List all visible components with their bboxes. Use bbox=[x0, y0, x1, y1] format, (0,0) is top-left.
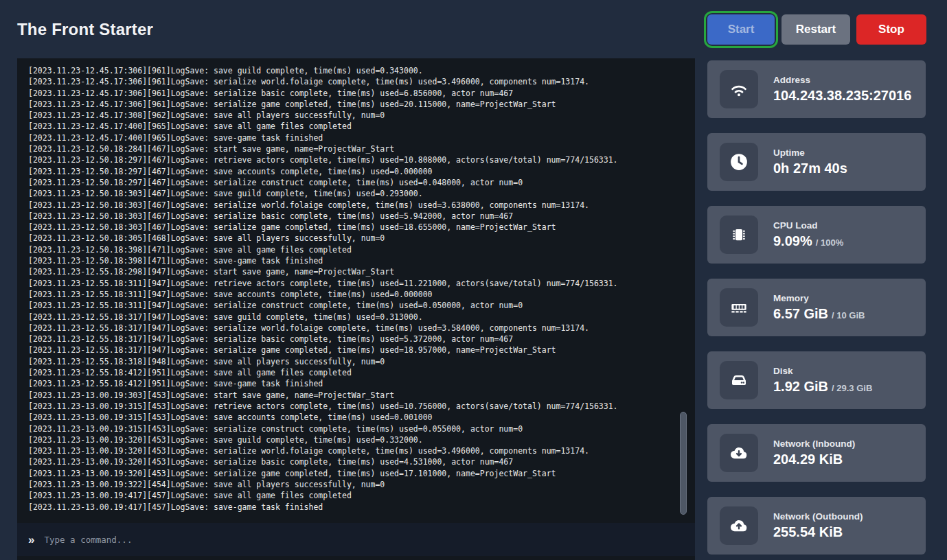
log-line: [2023.11.23-12.55.18:311][947]LogSave: s… bbox=[28, 289, 684, 300]
log-line: [2023.11.23-12.55.18:318][948]LogSave: s… bbox=[28, 356, 684, 367]
log-line: [2023.11.23-12.55.18:298][947]LogSave: s… bbox=[28, 266, 684, 277]
chip-icon bbox=[720, 215, 758, 254]
log-line: [2023.11.23-12.55.18:412][951]LogSave: s… bbox=[28, 367, 684, 378]
header: The Front Starter Start Restart Stop bbox=[17, 0, 926, 58]
stat-value: 1.92 GiB/ 29.3 GiB bbox=[773, 379, 872, 395]
log-line: [2023.11.23-12.45.17:306][961]LogSave: s… bbox=[28, 99, 684, 110]
log-line: [2023.11.23-12.50.18:305][468]LogSave: s… bbox=[28, 233, 684, 244]
stats-sidebar: Address 104.243.38.235:27016 Uptime 0h 2… bbox=[707, 60, 926, 560]
stat-card-cpu: CPU Load 9.09%/ 100% bbox=[707, 206, 926, 264]
log-line: [2023.11.23-13.00.19:320][453]LogSave: s… bbox=[28, 434, 684, 445]
stat-value: 6.57 GiB/ 10 GiB bbox=[773, 306, 865, 322]
log-line: [2023.11.23-12.55.18:311][947]LogSave: s… bbox=[28, 300, 684, 311]
log-line: [2023.11.23-13.00.19:320][453]LogSave: s… bbox=[28, 468, 684, 479]
clock-icon bbox=[720, 143, 758, 181]
log-line: [2023.11.23-12.45.17:306][961]LogSave: s… bbox=[28, 76, 684, 87]
stat-value: 104.243.38.235:27016 bbox=[773, 88, 915, 104]
stat-label: Network (Outbound) bbox=[773, 511, 863, 522]
wifi-icon bbox=[720, 70, 758, 108]
log-line: [2023.11.23-12.50.18:398][471]LogSave: s… bbox=[28, 244, 684, 255]
log-line: [2023.11.23-12.50.18:297][467]LogSave: r… bbox=[28, 154, 684, 165]
log-line: [2023.11.23-12.50.18:284][467]LogSave: s… bbox=[28, 143, 684, 154]
stat-card-network-outbound: Network (Outbound) 255.54 KiB bbox=[707, 497, 926, 555]
restart-button[interactable]: Restart bbox=[781, 14, 850, 45]
stat-value: 0h 27m 40s bbox=[773, 161, 851, 176]
log-line: [2023.11.23-12.45.17:400][965]LogSave: s… bbox=[28, 132, 684, 143]
log-line: [2023.11.23-12.55.18:412][951]LogSave: s… bbox=[28, 378, 684, 389]
cloud-download-icon bbox=[720, 434, 758, 472]
log-line: [2023.11.23-12.55.18:317][947]LogSave: s… bbox=[28, 334, 684, 345]
stat-label: Disk bbox=[773, 366, 872, 376]
log-line: [2023.11.23-13.00.19:315][453]LogSave: s… bbox=[28, 412, 684, 423]
command-bar: » bbox=[17, 523, 695, 556]
log-line: [2023.11.23-12.45.17:306][961]LogSave: s… bbox=[28, 65, 684, 76]
memory-icon bbox=[720, 288, 758, 327]
log-line: [2023.11.23-12.50.18:303][467]LogSave: s… bbox=[28, 188, 684, 199]
log-line: [2023.11.23-12.55.18:317][947]LogSave: s… bbox=[28, 323, 684, 334]
log-line: [2023.11.23-12.50.18:303][467]LogSave: s… bbox=[28, 200, 684, 211]
log-line: [2023.11.23-13.00.19:320][453]LogSave: s… bbox=[28, 456, 684, 467]
stat-card-memory: Memory 6.57 GiB/ 10 GiB bbox=[707, 279, 926, 336]
log-line: [2023.11.23-12.50.18:297][467]LogSave: s… bbox=[28, 177, 684, 188]
log-line: [2023.11.23-12.45.17:400][965]LogSave: s… bbox=[28, 121, 684, 132]
log-line: [2023.11.23-12.55.18:311][947]LogSave: r… bbox=[28, 278, 684, 289]
main-content: [2023.11.23-12.45.17:306][961]LogSave: s… bbox=[17, 58, 926, 560]
cloud-upload-icon bbox=[720, 506, 758, 545]
log-line: [2023.11.23-12.50.18:303][467]LogSave: s… bbox=[28, 222, 684, 233]
start-button[interactable]: Start bbox=[707, 14, 775, 45]
log-line: [2023.11.23-13.00.19:315][453]LogSave: r… bbox=[28, 401, 684, 412]
log-line: [2023.11.23-12.55.18:317][947]LogSave: s… bbox=[28, 345, 684, 355]
log-line: [2023.11.23-13.00.19:320][453]LogSave: s… bbox=[28, 445, 684, 456]
stat-card-network-inbound: Network (Inbound) 204.29 KiB bbox=[707, 424, 926, 482]
page-title: The Front Starter bbox=[17, 20, 153, 39]
console-terminal: [2023.11.23-12.45.17:306][961]LogSave: s… bbox=[17, 58, 695, 560]
command-input[interactable] bbox=[44, 535, 684, 545]
log-line: [2023.11.23-12.55.18:317][947]LogSave: s… bbox=[28, 312, 684, 323]
console-scrollbar[interactable] bbox=[680, 412, 687, 515]
stat-value: 204.29 KiB bbox=[773, 452, 855, 467]
stat-card-address: Address 104.243.38.235:27016 bbox=[707, 60, 926, 118]
start-button-highlight-ring: Start bbox=[704, 11, 778, 48]
stat-label: Memory bbox=[773, 293, 865, 303]
console-log: [2023.11.23-12.45.17:306][961]LogSave: s… bbox=[17, 58, 695, 523]
log-line: [2023.11.23-13.00.19:417][457]LogSave: s… bbox=[28, 502, 684, 513]
stat-label: Network (Inbound) bbox=[773, 439, 855, 449]
stat-label: CPU Load bbox=[773, 220, 843, 231]
log-line: [2023.11.23-13.00.19:322][454]LogSave: s… bbox=[28, 479, 684, 490]
stat-card-uptime: Uptime 0h 27m 40s bbox=[707, 133, 926, 191]
log-line: [2023.11.23-12.50.18:303][467]LogSave: s… bbox=[28, 211, 684, 222]
log-line: [2023.11.23-12.50.18:297][467]LogSave: s… bbox=[28, 166, 684, 177]
power-actions: Start Restart Stop bbox=[704, 11, 926, 48]
server-panel: The Front Starter Start Restart Stop [20… bbox=[0, 0, 947, 560]
stop-button[interactable]: Stop bbox=[856, 14, 926, 45]
stat-value: 255.54 KiB bbox=[773, 524, 863, 540]
stat-label: Address bbox=[773, 75, 915, 85]
log-line: [2023.11.23-13.00.19:315][453]LogSave: s… bbox=[28, 423, 684, 434]
log-line: [2023.11.23-12.45.17:308][962]LogSave: s… bbox=[28, 110, 684, 121]
stat-label: Uptime bbox=[773, 148, 851, 158]
log-line: [2023.11.23-13.00.19:417][457]LogSave: s… bbox=[28, 490, 684, 501]
log-line: [2023.11.23-13.00.19:303][453]LogSave: s… bbox=[28, 390, 684, 401]
stat-value: 9.09%/ 100% bbox=[773, 233, 843, 249]
stat-card-disk: Disk 1.92 GiB/ 29.3 GiB bbox=[707, 351, 926, 409]
log-line: [2023.11.23-12.45.17:306][961]LogSave: s… bbox=[28, 88, 684, 99]
prompt-chevrons-icon: » bbox=[28, 534, 34, 546]
log-line: [2023.11.23-12.50.18:398][471]LogSave: s… bbox=[28, 255, 684, 266]
disk-icon bbox=[720, 361, 758, 399]
